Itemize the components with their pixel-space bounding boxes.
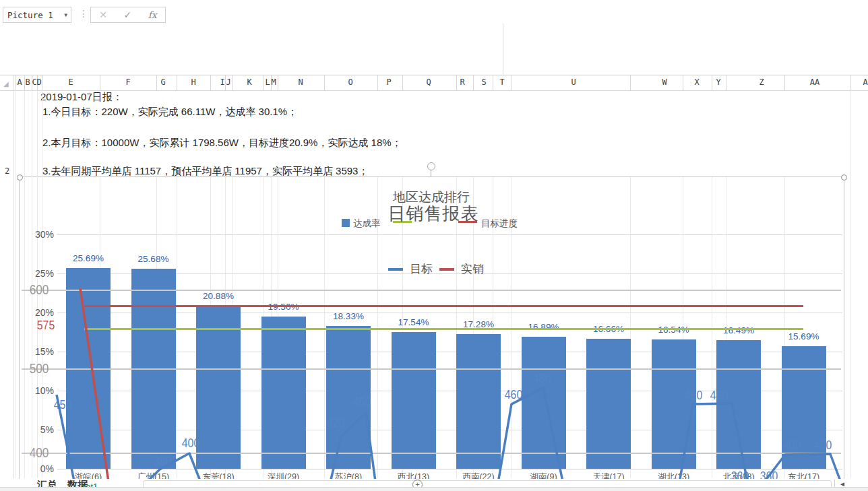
pct-axis-label: 20%: [35, 307, 54, 318]
rotate-handle-icon[interactable]: [427, 162, 435, 170]
column-header-K[interactable]: K: [247, 77, 251, 87]
column-divider: [493, 75, 493, 90]
column-header-J[interactable]: J: [226, 77, 230, 87]
column-header-U[interactable]: U: [571, 77, 576, 87]
column-header-A[interactable]: A: [863, 77, 867, 87]
column-header-O[interactable]: O: [348, 77, 352, 87]
confirm-icon[interactable]: ✓: [123, 9, 131, 20]
pct-axis-label: 30%: [35, 229, 54, 240]
row-header-2[interactable]: 2: [5, 166, 9, 176]
cancel-icon[interactable]: ✕: [99, 9, 107, 20]
rotate-handle-stem: [431, 170, 431, 176]
column-header-R[interactable]: R: [460, 77, 464, 87]
bar-value-label: 18.33%: [333, 311, 364, 321]
column-divider: [156, 75, 157, 90]
name-box[interactable]: Picture 1 ▼: [3, 7, 71, 23]
column-header-T[interactable]: T: [499, 77, 504, 87]
report-line-1: 2019-01-07日报：: [40, 91, 123, 104]
sales-gridline: [22, 453, 841, 454]
chevron-down-icon[interactable]: ▼: [64, 12, 67, 18]
column-header-AA[interactable]: AA: [810, 77, 819, 87]
column-header-F[interactable]: F: [125, 77, 130, 87]
column-header-D[interactable]: D: [36, 77, 41, 87]
pct-axis-label: 0%: [40, 463, 54, 474]
report-line-2: 1.今日目标：220W，实际完成 66.11W，达成率 30.1%；: [42, 106, 297, 119]
legend-marker-actual-line: [439, 268, 454, 271]
column-divider: [15, 75, 16, 90]
column-header-G[interactable]: G: [160, 77, 165, 87]
chart-title-daily-sales: 日销售报表: [388, 202, 479, 226]
worksheet-gridline: [850, 90, 851, 478]
column-divider: [324, 75, 325, 90]
sales-gridline: [22, 368, 841, 370]
column-header-M[interactable]: M: [271, 77, 276, 87]
bar-深圳(29): [261, 317, 306, 469]
column-header-N[interactable]: N: [298, 77, 303, 87]
excel-window: Picture 1 ▼ ⋮ ✕ ✓ fx ◢ 2 2019-01-07日报： 1…: [0, 0, 868, 491]
pct-axis-label: 15%: [35, 346, 54, 357]
column-header-A[interactable]: A: [17, 77, 22, 87]
column-header-X[interactable]: X: [694, 77, 699, 87]
header-bottom-border: [0, 90, 868, 91]
header-top-border: [0, 75, 868, 75]
column-header-L[interactable]: L: [265, 77, 270, 87]
column-divider: [712, 75, 712, 90]
column-header-Z[interactable]: Z: [759, 77, 764, 87]
formula-buttons: ✕ ✓ fx: [90, 7, 166, 23]
pct-gridline: [57, 234, 842, 235]
bar-西南(22): [456, 334, 501, 469]
column-divider: [630, 75, 631, 90]
column-divider: [473, 75, 474, 90]
line-point-label: 460: [710, 389, 728, 403]
resize-handle-top-right[interactable]: [841, 174, 847, 181]
bar-value-label: 15.69%: [788, 331, 819, 341]
bar-东莞(18): [196, 306, 241, 469]
line-point-label: 400: [814, 438, 832, 453]
bar-湖北(13): [652, 339, 696, 469]
column-header-Y[interactable]: Y: [716, 77, 720, 87]
column-divider: [278, 75, 278, 90]
column-header-Q[interactable]: Q: [426, 77, 431, 87]
column-divider: [784, 75, 785, 90]
column-header-W[interactable]: W: [662, 77, 666, 87]
line-point-label: 420: [327, 416, 344, 430]
row-gutter-border: [13, 75, 14, 487]
bar-value-label: 25.68%: [138, 254, 169, 264]
sales-axis-label: 600: [30, 282, 49, 298]
column-header-B[interactable]: B: [25, 77, 30, 87]
status-bar: [0, 487, 868, 491]
pct-axis-label: 25%: [35, 268, 54, 279]
bar-天津(17): [586, 339, 631, 469]
bar-北京(18): [716, 340, 761, 469]
column-header-H[interactable]: H: [191, 77, 195, 87]
column-header-I[interactable]: I: [220, 77, 224, 87]
column-divider: [210, 75, 211, 90]
line-point-label: 400: [783, 438, 801, 453]
legend-marker-target-line: [388, 268, 403, 271]
legend-label-dachenglv: 达成率: [353, 218, 381, 230]
line-point-label: 575: [37, 319, 55, 333]
column-divider: [850, 75, 851, 90]
bar-湖南(9): [522, 337, 566, 469]
x-axis-line: [57, 469, 842, 469]
column-header-P[interactable]: P: [386, 77, 391, 87]
column-header-E[interactable]: E: [68, 77, 73, 87]
legend-label-mubiaojindu: 目标进度: [481, 218, 518, 230]
pct-axis-label: 10%: [35, 385, 54, 396]
line-point-label: 460: [505, 388, 522, 402]
resize-handle-top-left[interactable]: [17, 174, 23, 181]
sales-gridline: [22, 290, 841, 291]
worksheet-gridline: [15, 90, 16, 478]
fx-icon[interactable]: fx: [148, 9, 157, 20]
column-divider: [726, 75, 726, 90]
report-line-3: 2.本月目标：10000W，实际累计 1798.56W，目标进度20.9%，实际…: [42, 137, 402, 150]
legend-marker-bar: [342, 219, 350, 227]
worksheet-gridline: [24, 90, 25, 478]
column-header-S[interactable]: S: [481, 77, 486, 87]
bar-value-label: 16.54%: [658, 325, 689, 335]
bar-西北(13): [392, 332, 436, 469]
select-all-triangle[interactable]: ◢: [3, 80, 9, 88]
column-divider: [511, 75, 512, 90]
column-divider: [263, 75, 264, 90]
pct-axis-label: 5%: [40, 424, 54, 435]
